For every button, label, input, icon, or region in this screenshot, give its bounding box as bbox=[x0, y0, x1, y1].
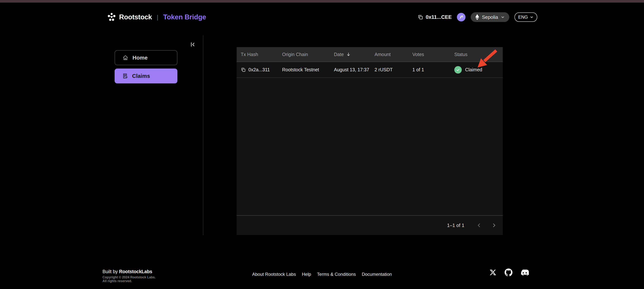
table-row: 0x2a...311 Rootstock Testnet August 13, … bbox=[237, 62, 503, 78]
copy-address-icon[interactable] bbox=[418, 14, 423, 20]
claims-table: Tx Hash Origin Chain Date Amount Votes bbox=[237, 47, 503, 235]
footer-link-terms[interactable]: Terms & Conditions bbox=[317, 272, 356, 277]
wallet-address-group: 0x11...CEE bbox=[418, 14, 452, 20]
date-cell: August 13, 17:37 bbox=[334, 67, 374, 72]
column-header-tx-hash: Tx Hash bbox=[241, 52, 282, 57]
votes-cell: 1 of 1 bbox=[412, 67, 454, 72]
app-title: Token Bridge bbox=[163, 13, 206, 21]
sidebar-item-label: Home bbox=[132, 55, 148, 61]
tx-hash-value: 0x2a...311 bbox=[248, 67, 270, 72]
header-actions: 0x11...CEE Sepoli bbox=[418, 2, 537, 32]
brand-group: Rootstock | Token Bridge bbox=[107, 2, 206, 32]
column-header-votes: Votes bbox=[412, 52, 454, 57]
chevron-down-icon bbox=[501, 15, 505, 19]
built-by-line: Built by RootstockLabs bbox=[102, 269, 156, 274]
claims-icon bbox=[122, 73, 128, 79]
discord-icon[interactable] bbox=[521, 269, 529, 276]
rootstocklabs-brand: RootstockLabs bbox=[119, 269, 152, 274]
footer-credits: Built by RootstockLabs Copyright © 2024 … bbox=[102, 269, 156, 283]
network-selector[interactable]: Sepolia bbox=[471, 12, 509, 22]
footer-link-about[interactable]: About Rootstock Labs bbox=[252, 272, 296, 277]
pagination-range-label: 1–1 of 1 bbox=[447, 223, 464, 228]
copy-tx-hash-icon[interactable] bbox=[241, 67, 246, 72]
rootstock-logo-icon bbox=[107, 12, 116, 22]
browser-top-strip bbox=[0, 0, 644, 2]
column-header-date[interactable]: Date bbox=[334, 52, 374, 57]
status-cell: Claimed bbox=[454, 66, 503, 73]
footer-link-help[interactable]: Help bbox=[302, 272, 311, 277]
amount-cell: 2 rUSDT bbox=[374, 67, 412, 72]
status-check-icon bbox=[454, 66, 462, 73]
app-header: Rootstock | Token Bridge 0x11...CEE bbox=[0, 2, 644, 32]
column-header-origin-chain: Origin Chain bbox=[282, 52, 334, 57]
sidebar-nav: Home Claims bbox=[114, 50, 178, 83]
collapse-sidebar-button[interactable] bbox=[190, 41, 196, 48]
language-selector[interactable]: ENG bbox=[514, 12, 537, 22]
status-badge: Claimed bbox=[465, 67, 482, 72]
sort-descending-icon bbox=[346, 52, 351, 57]
footer-social bbox=[490, 269, 529, 276]
brand-name: Rootstock bbox=[119, 13, 152, 21]
brand-separator: | bbox=[157, 14, 158, 21]
next-page-button[interactable] bbox=[491, 222, 497, 229]
table-header-row: Tx Hash Origin Chain Date Amount Votes bbox=[237, 47, 503, 62]
home-icon bbox=[122, 55, 128, 61]
sidebar-item-home[interactable]: Home bbox=[114, 50, 178, 65]
column-header-amount: Amount bbox=[374, 52, 412, 57]
footer-link-documentation[interactable]: Documentation bbox=[362, 272, 392, 277]
x-icon[interactable] bbox=[490, 269, 496, 276]
github-icon[interactable] bbox=[504, 269, 512, 276]
network-name: Sepolia bbox=[482, 14, 498, 20]
disconnect-wallet-button[interactable] bbox=[457, 13, 466, 21]
chevron-down-icon bbox=[530, 15, 534, 19]
tx-hash-cell: 0x2a...311 bbox=[241, 67, 282, 72]
sidebar-item-label: Claims bbox=[132, 73, 150, 79]
footer-links: About Rootstock Labs Help Terms & Condit… bbox=[252, 272, 392, 277]
column-header-status: Status bbox=[454, 52, 503, 57]
disconnect-icon bbox=[458, 14, 464, 20]
copyright-text: Copyright © 2024 Rootstock Labs. All rig… bbox=[102, 276, 156, 283]
sidebar-item-claims[interactable]: Claims bbox=[114, 68, 178, 83]
language-label: ENG bbox=[518, 14, 528, 20]
table-pagination: 1–1 of 1 bbox=[237, 215, 503, 235]
wallet-address: 0x11...CEE bbox=[426, 14, 452, 20]
origin-chain-cell: Rootstock Testnet bbox=[282, 67, 334, 72]
ethereum-icon bbox=[475, 14, 479, 20]
previous-page-button[interactable] bbox=[476, 222, 482, 229]
sidebar-divider bbox=[203, 35, 203, 235]
page: Rootstock | Token Bridge 0x11...CEE bbox=[0, 0, 644, 289]
